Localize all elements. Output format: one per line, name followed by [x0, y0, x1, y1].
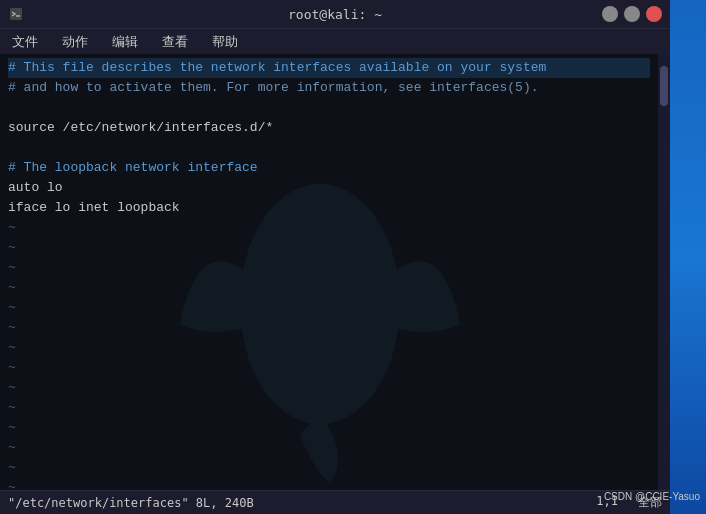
editor-line-4: source /etc/network/interfaces.d/* [8, 118, 650, 138]
editor-line-2: # and how to activate them. For more inf… [8, 78, 650, 98]
maximize-button[interactable]: □ [624, 6, 640, 22]
statusbar: "/etc/network/interfaces" 8L, 240B 1,1 全… [0, 490, 670, 514]
editor-line-10: ~ [8, 238, 650, 258]
terminal-window: root@kali: ~ − □ × 文件 动作 编辑 查看 帮助 [0, 0, 670, 514]
scrollbar-thumb[interactable] [660, 66, 668, 106]
editor-line-22: ~ [8, 478, 650, 490]
editor-line-14: ~ [8, 318, 650, 338]
line-text-6: # The loopback network interface [8, 158, 258, 178]
close-button[interactable]: × [646, 6, 662, 22]
editor-line-21: ~ [8, 458, 650, 478]
editor-line-18: ~ [8, 398, 650, 418]
menu-view[interactable]: 查看 [158, 31, 192, 53]
menu-edit[interactable]: 编辑 [108, 31, 142, 53]
editor-line-5 [8, 138, 650, 158]
editor-line-8: iface lo inet loopback [8, 198, 650, 218]
editor-line-9: ~ [8, 218, 650, 238]
editor-line-12: ~ [8, 278, 650, 298]
editor-line-11: ~ [8, 258, 650, 278]
scrollbar[interactable] [658, 54, 670, 490]
editor-line-6: # The loopback network interface [8, 158, 650, 178]
watermark-text: CSDN @CCIE-Yasuo [604, 491, 700, 502]
line-text-8: iface lo inet loopback [8, 198, 180, 218]
menubar: 文件 动作 编辑 查看 帮助 [0, 28, 670, 54]
terminal-icon [8, 6, 24, 22]
menu-help[interactable]: 帮助 [208, 31, 242, 53]
editor-line-19: ~ [8, 418, 650, 438]
text-content[interactable]: # This file describes the network interf… [0, 54, 658, 490]
line-text-7: auto lo [8, 178, 63, 198]
line-text-4: source /etc/network/interfaces.d/* [8, 118, 273, 138]
editor-line-7: auto lo [8, 178, 650, 198]
minimize-button[interactable]: − [602, 6, 618, 22]
editor-line-3 [8, 98, 650, 118]
statusbar-filename: "/etc/network/interfaces" 8L, 240B [8, 496, 254, 510]
window-controls: − □ × [602, 6, 662, 22]
editor-line-17: ~ [8, 378, 650, 398]
editor-line-16: ~ [8, 358, 650, 378]
titlebar: root@kali: ~ − □ × [0, 0, 670, 28]
menu-action[interactable]: 动作 [58, 31, 92, 53]
editor-line-20: ~ [8, 438, 650, 458]
editor-area: # This file describes the network interf… [0, 54, 670, 490]
editor-line-15: ~ [8, 338, 650, 358]
line-text-1: # This file describes the network interf… [8, 58, 546, 78]
window-title: root@kali: ~ [288, 7, 382, 22]
menu-file[interactable]: 文件 [8, 31, 42, 53]
line-text-2: # and how to activate them. For more inf… [8, 78, 539, 98]
editor-line-1: # This file describes the network interf… [8, 58, 650, 78]
titlebar-left [8, 6, 24, 22]
side-watermark [670, 0, 706, 514]
editor-line-13: ~ [8, 298, 650, 318]
